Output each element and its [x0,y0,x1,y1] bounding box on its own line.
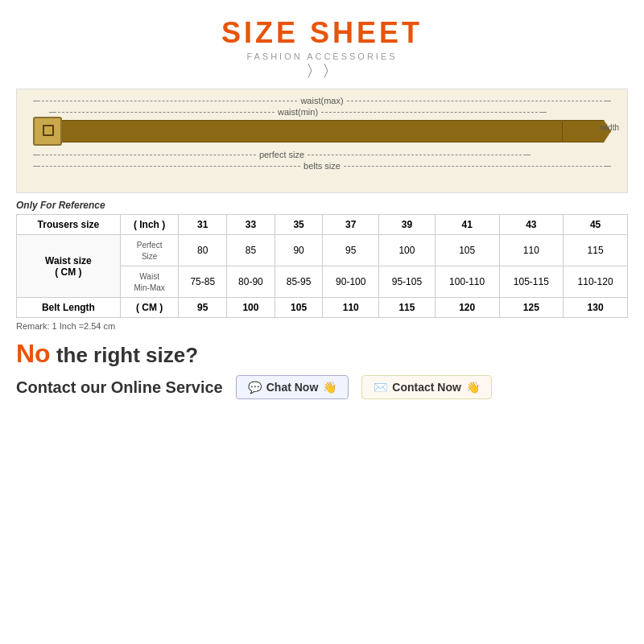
table-header-row: Trousers size ( Inch ) 31 33 35 37 39 41… [17,215,628,235]
col-37: 37 [323,215,379,235]
reference-note: Only For Reference [16,200,628,211]
bl-45: 130 [564,298,628,318]
bl-31: 95 [179,298,227,318]
table-row: Waist size( CM ) PerfectSize 80 85 90 95… [17,235,628,266]
belt-body [60,120,563,142]
wm-31: 75-85 [179,266,227,298]
col-33: 33 [227,215,275,235]
ps-43: 110 [499,235,564,266]
perfect-size-label: perfect size [256,150,308,159]
waist-size-group-label: Waist size( CM ) [17,235,121,298]
no-right-size-heading: No the right size? [16,339,628,369]
ps-37: 95 [323,235,379,266]
col-inch: ( Inch ) [120,215,179,235]
bl-37: 110 [323,298,379,318]
waist-max-label: waist(max) [297,96,346,105]
bl-43: 125 [499,298,564,318]
col-trousers-size: Trousers size [17,215,121,235]
subtitle: FASHION ACCESSORIES [16,52,628,61]
wm-39: 95-105 [379,266,436,298]
perfect-size-sublabel: PerfectSize [120,235,179,266]
ps-39: 100 [379,235,436,266]
contact-service-label: Contact our Online Service [16,378,223,397]
bl-41: 120 [435,298,499,318]
chat-btn-label: Chat Now [266,381,319,394]
question-text: the right size? [51,343,198,367]
contact-now-button[interactable]: ✉️ Contact Now 👋 [361,375,492,399]
wm-43: 105-115 [499,266,564,298]
chat-icon: 💬 [248,381,262,394]
title-section: SIZE SHEET FASHION ACCESSORIES 〉〉 [16,8,628,82]
col-45: 45 [564,215,628,235]
bl-33: 100 [227,298,275,318]
no-word: No [16,339,51,368]
waist-minmax-sublabel: WaistMin-Max [120,266,179,298]
chat-now-button[interactable]: 💬 Chat Now 👋 [236,375,349,399]
hand2-icon: 👋 [466,381,480,394]
chevrons-icon: 〉〉 [16,63,628,79]
col-43: 43 [499,215,564,235]
contact-section: Contact our Online Service 💬 Chat Now 👋 … [16,375,628,399]
belt-diagram: waist(max) waist(min) [16,89,628,193]
wm-35: 85-95 [275,266,323,298]
mail-icon: ✉️ [374,381,387,394]
width-label: width [601,123,619,132]
belt-length-label: Belt Length [17,298,121,318]
ps-33: 85 [227,235,275,266]
no-size-section: No the right size? [16,339,628,369]
wm-33: 80-90 [227,266,275,298]
size-table: Trousers size ( Inch ) 31 33 35 37 39 41… [16,214,628,318]
belt-illustration: width [33,120,611,142]
bl-35: 105 [275,298,323,318]
belt-buckle-icon [33,117,62,146]
wm-41: 100-110 [435,266,499,298]
ps-31: 80 [179,235,227,266]
wm-37: 90-100 [323,266,379,298]
main-title: SIZE SHEET [16,16,628,50]
ps-35: 90 [275,235,323,266]
bl-39: 115 [379,298,436,318]
ps-45: 115 [564,235,628,266]
waist-min-label: waist(min) [275,107,321,117]
hand-icon: 👋 [323,381,336,394]
col-35: 35 [275,215,323,235]
remark: Remark: 1 Inch =2.54 cm [16,321,628,331]
belts-size-label: belts size [300,161,344,171]
col-39: 39 [379,215,436,235]
table-row-belt-length: Belt Length ( CM ) 95 100 105 110 115 12… [17,298,628,318]
contact-btn-label: Contact Now [392,381,461,394]
ps-41: 105 [435,235,499,266]
col-31: 31 [179,215,227,235]
col-41: 41 [435,215,499,235]
wm-45: 110-120 [564,266,628,298]
belt-length-unit: ( CM ) [120,298,179,318]
